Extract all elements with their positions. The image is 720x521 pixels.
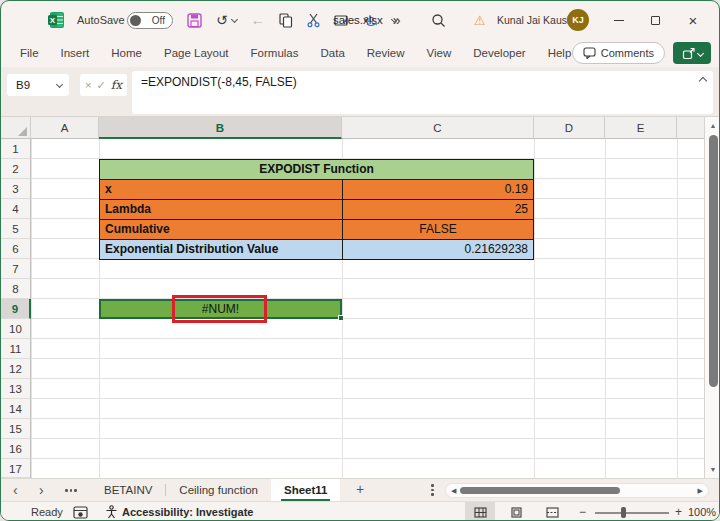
tab-developer[interactable]: Developer: [462, 39, 536, 67]
minimize-button[interactable]: [603, 1, 635, 39]
zoom-in-icon[interactable]: +: [675, 505, 682, 519]
row-header-17[interactable]: 17: [1, 459, 30, 478]
accessibility-status[interactable]: Accessibility: Investigate: [122, 506, 253, 518]
cell-c6[interactable]: 0.21629238: [343, 240, 533, 259]
excel-logo-icon: X: [47, 1, 65, 39]
column-header-b[interactable]: B: [99, 117, 342, 139]
formula-buttons: × ✓ fx: [80, 74, 127, 96]
tab-view[interactable]: View: [416, 39, 463, 67]
page-layout-view-button[interactable]: [501, 502, 531, 521]
column-header-e[interactable]: E: [605, 117, 677, 139]
enter-icon[interactable]: ✓: [97, 79, 106, 92]
row-header-10[interactable]: 10: [1, 319, 30, 339]
row-header-4[interactable]: 4: [1, 199, 30, 219]
sheet-grid[interactable]: A B C D E 1 2 3 4 5 6 7 8 9 10 11 12 13: [1, 117, 720, 478]
autosave-toggle[interactable]: Off: [127, 12, 173, 29]
insert-function-icon[interactable]: fx: [111, 78, 122, 92]
tab-formulas[interactable]: Formulas: [240, 39, 310, 67]
close-icon: ×: [689, 12, 698, 29]
row-header-7[interactable]: 7: [1, 259, 30, 279]
next-sheet-icon[interactable]: ›: [39, 479, 44, 502]
row-header-15[interactable]: 15: [1, 419, 30, 439]
cancel-icon[interactable]: ×: [85, 79, 91, 91]
row-header-13[interactable]: 13: [1, 379, 30, 399]
close-button[interactable]: ×: [677, 1, 709, 39]
row-header-14[interactable]: 14: [1, 399, 30, 419]
search-icon[interactable]: [431, 1, 446, 39]
name-box[interactable]: B9: [7, 74, 69, 96]
ribbon-tabs: File Insert Home Page Layout Formulas Da…: [9, 39, 666, 67]
cell-b3[interactable]: x: [100, 180, 342, 199]
tab-page-layout[interactable]: Page Layout: [153, 39, 240, 67]
column-header-partial[interactable]: [677, 117, 704, 139]
column-header-a[interactable]: A: [31, 117, 99, 139]
tab-bar-menu-icon[interactable]: [431, 484, 434, 496]
zoom-level[interactable]: 100%: [688, 506, 716, 518]
maximize-icon: [651, 16, 660, 25]
tab-file[interactable]: File: [9, 39, 50, 67]
macro-record-icon[interactable]: [73, 505, 88, 521]
scroll-right-icon[interactable]: ▶: [698, 487, 703, 495]
all-sheets-icon[interactable]: [65, 489, 77, 492]
add-sheet-icon[interactable]: +: [349, 479, 371, 502]
sheet-tab-betainv[interactable]: BETAINV: [91, 479, 165, 502]
accessibility-icon: [105, 505, 118, 521]
cell-b6[interactable]: Exponential Distribution Value: [100, 240, 342, 259]
sheet-tab-ceiling-function[interactable]: Ceiling function: [166, 479, 271, 502]
page-break-view-button[interactable]: [537, 502, 567, 521]
row-header-9[interactable]: 9: [1, 299, 31, 319]
save-icon[interactable]: [187, 13, 202, 28]
name-box-value: B9: [16, 79, 30, 91]
comments-button[interactable]: Comments: [572, 42, 665, 64]
horizontal-scroll-thumb[interactable]: [460, 487, 620, 494]
row-header-12[interactable]: 12: [1, 359, 30, 379]
cell-b5[interactable]: Cumulative: [100, 220, 342, 239]
row-header-8[interactable]: 8: [1, 279, 30, 299]
copy-icon[interactable]: [279, 13, 293, 28]
zoom-out-icon[interactable]: −: [579, 505, 586, 519]
normal-view-button[interactable]: [465, 502, 495, 521]
row-header-16[interactable]: 16: [1, 439, 30, 459]
prev-sheet-icon[interactable]: ‹: [13, 479, 18, 502]
sheet-tab-sheet11-active[interactable]: Sheet11: [271, 479, 340, 502]
maximize-button[interactable]: [639, 1, 671, 39]
cell-c4[interactable]: 25: [343, 200, 533, 219]
scroll-left-icon[interactable]: ◀: [451, 487, 456, 495]
tab-insert[interactable]: Insert: [50, 39, 101, 67]
vertical-scrollbar[interactable]: ▲ ▼: [704, 117, 720, 478]
fill-handle[interactable]: [338, 315, 344, 321]
column-header-d[interactable]: D: [534, 117, 605, 139]
tab-data[interactable]: Data: [310, 39, 356, 67]
row-header-6[interactable]: 6: [1, 239, 30, 259]
row-header-5[interactable]: 5: [1, 219, 30, 239]
file-name-menu[interactable]: sales.xlsx: [333, 1, 397, 39]
cut-icon[interactable]: [307, 13, 320, 28]
collapse-formula-bar-icon[interactable]: [699, 77, 707, 85]
tab-home[interactable]: Home: [100, 39, 153, 67]
cell-b4[interactable]: Lambda: [100, 200, 342, 219]
cell-b2-table-title[interactable]: EXPODIST Function: [100, 160, 533, 179]
row-header-3[interactable]: 3: [1, 179, 30, 199]
share-button[interactable]: [673, 42, 711, 64]
column-header-c[interactable]: C: [342, 117, 534, 139]
zoom-slider-thumb[interactable]: [621, 507, 626, 518]
redo-icon[interactable]: ←: [251, 12, 265, 28]
horizontal-scrollbar[interactable]: ◀ ▶: [445, 483, 709, 498]
cell-c3[interactable]: 0.19: [343, 180, 533, 199]
select-all-corner[interactable]: [1, 117, 31, 139]
row-header-2[interactable]: 2: [1, 159, 30, 179]
account-warning-icon[interactable]: ⚠: [474, 1, 486, 39]
cell-c5[interactable]: FALSE: [343, 220, 533, 239]
row-header-1[interactable]: 1: [1, 139, 30, 159]
chevron-down-icon[interactable]: [231, 15, 238, 22]
undo-button[interactable]: ↺: [216, 12, 237, 28]
chevron-down-icon: [56, 80, 63, 87]
vertical-scroll-thumb[interactable]: [709, 135, 718, 387]
avatar[interactable]: KJ: [567, 9, 589, 31]
formula-input[interactable]: =EXPONDIST(-8,45, FALSE): [132, 71, 713, 114]
tab-review[interactable]: Review: [356, 39, 416, 67]
row-header-11[interactable]: 11: [1, 339, 30, 359]
scroll-up-icon[interactable]: ▲: [705, 122, 720, 129]
zoom-slider-track[interactable]: [595, 512, 669, 514]
scroll-down-icon[interactable]: ▼: [705, 466, 720, 473]
